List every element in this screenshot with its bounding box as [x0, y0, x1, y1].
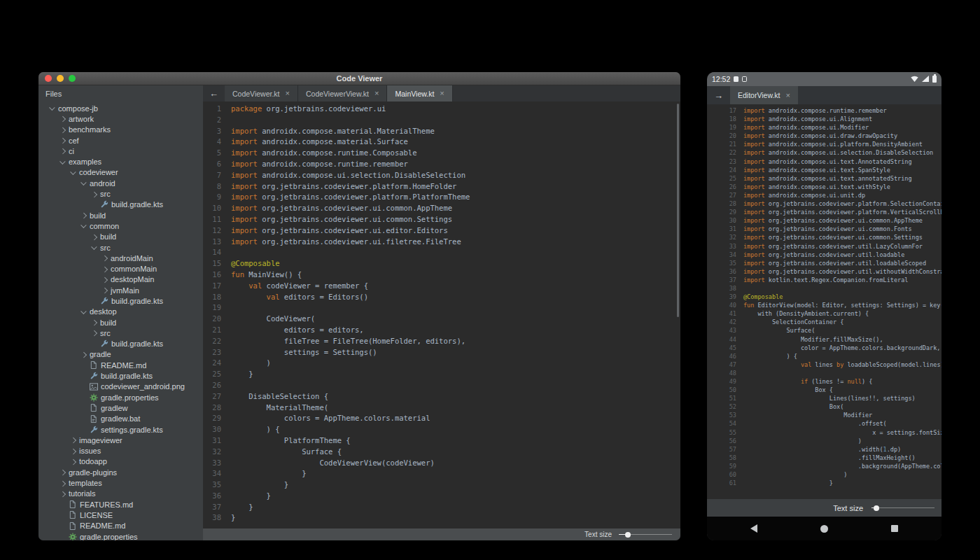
code-text: } — [231, 502, 253, 513]
tree-item-templates[interactable]: templates — [38, 477, 203, 488]
tree-item-androidmain[interactable]: androidMain — [38, 253, 203, 263]
android-home-button[interactable] — [820, 525, 828, 533]
tree-item-common[interactable]: common — [38, 220, 203, 231]
tree-item-android[interactable]: android — [38, 178, 203, 188]
chevron-down-icon[interactable] — [80, 222, 88, 230]
chevron-right-icon[interactable] — [59, 479, 66, 487]
tree-item-desktopmain[interactable]: desktopMain — [38, 274, 203, 285]
line-number: 23 — [707, 158, 736, 166]
tab-mainview-kt[interactable]: MainView.kt× — [387, 85, 452, 102]
tree-item-gradlew-bat[interactable]: gradlew.bat — [38, 414, 203, 424]
chevron-down-icon[interactable] — [59, 158, 66, 166]
tree-item-src[interactable]: src — [38, 242, 203, 253]
chevron-right-icon[interactable] — [90, 318, 98, 326]
chevron-down-icon[interactable] — [90, 244, 98, 251]
chevron-right-icon[interactable] — [59, 490, 66, 498]
tree-item-examples[interactable]: examples — [38, 156, 203, 167]
tree-item-issues[interactable]: issues — [38, 446, 203, 456]
tree-item-artwork[interactable]: artwork — [38, 113, 203, 124]
chevron-right-icon[interactable] — [59, 115, 66, 122]
tree-item-todoapp[interactable]: todoapp — [38, 456, 203, 467]
code-editor[interactable]: 1package org.jetbrains.codeviewer.ui23im… — [203, 102, 680, 528]
text-size-slider[interactable] — [619, 531, 672, 539]
minimize-window-button[interactable] — [57, 75, 64, 82]
code-line: 59 .background(AppTheme.colors.backgroun… — [707, 462, 941, 470]
tree-item-gradle-properties[interactable]: gradle.properties — [38, 531, 203, 540]
tree-item-build[interactable]: build — [38, 232, 203, 242]
code-line: 54 .offset( — [707, 419, 941, 428]
tab-close-icon[interactable]: × — [786, 92, 790, 99]
tree-item-readme-md[interactable]: README.md — [38, 360, 203, 370]
tree-item-readme-md[interactable]: README.md — [38, 521, 203, 531]
chevron-right-icon[interactable] — [90, 190, 98, 198]
back-arrow-icon[interactable]: ← — [203, 85, 225, 102]
chevron-down-icon[interactable] — [80, 308, 88, 316]
chevron-right-icon[interactable] — [59, 126, 66, 134]
tree-item-jvmmain[interactable]: jvmMain — [38, 285, 203, 295]
chevron-right-icon[interactable] — [101, 254, 108, 262]
close-window-button[interactable] — [45, 75, 52, 82]
tree-item-benchmarks[interactable]: benchmarks — [38, 125, 203, 135]
tree-item-features-md[interactable]: FEATURES.md — [38, 499, 203, 510]
chevron-right-icon[interactable] — [101, 286, 108, 294]
editor-scrollbar[interactable] — [677, 104, 679, 317]
tree-item-build-gradle-kts[interactable]: build.gradle.kts — [38, 200, 203, 210]
open-file-tree-arrow-icon[interactable]: → — [707, 86, 730, 104]
tree-item-codeviewer[interactable]: codeviewer — [38, 167, 203, 178]
chevron-right-icon[interactable] — [69, 447, 77, 455]
tab-editorview-kt[interactable]: EditorView.kt × — [730, 86, 798, 104]
tree-item-desktop[interactable]: desktop — [38, 307, 203, 317]
tab-close-icon[interactable]: × — [374, 90, 379, 97]
text-size-slider[interactable] — [872, 504, 934, 512]
chevron-right-icon[interactable] — [69, 436, 77, 444]
tree-item-codeviewer-android-png[interactable]: codeviewer_android.png — [38, 382, 203, 392]
tree-item-compose-jb[interactable]: compose-jb — [38, 103, 203, 113]
tree-item-src[interactable]: src — [38, 328, 203, 338]
chevron-right-icon[interactable] — [59, 468, 66, 476]
tree-item-ci[interactable]: ci — [38, 146, 203, 156]
chevron-down-icon[interactable] — [69, 169, 77, 176]
tree-item-gradle[interactable]: gradle — [38, 349, 203, 360]
titlebar[interactable]: Code Viewer — [38, 72, 680, 85]
tree-item-build-gradle-kts[interactable]: build.gradle.kts — [38, 295, 203, 306]
tab-close-icon[interactable]: × — [286, 90, 290, 97]
chevron-right-icon[interactable] — [80, 351, 88, 358]
tree-item-build[interactable]: build — [38, 317, 203, 328]
tree-item-gradle-properties[interactable]: gradle.properties — [38, 392, 203, 402]
line-number: 28 — [707, 200, 736, 208]
android-back-button[interactable] — [750, 524, 757, 533]
tab-codeviewer-kt[interactable]: CodeViewer.kt× — [225, 85, 298, 102]
tree-item-gradle-plugins[interactable]: gradle-plugins — [38, 467, 203, 477]
tree-item-imageviewer[interactable]: imageviewer — [38, 435, 203, 445]
tree-item-label: README.md — [101, 361, 146, 370]
slider-thumb[interactable] — [874, 505, 879, 511]
slider-thumb[interactable] — [625, 532, 631, 538]
line-number: 15 — [203, 258, 221, 270]
android-code-editor[interactable]: 17import androidx.compose.runtime.rememb… — [707, 104, 941, 499]
chevron-right-icon[interactable] — [59, 136, 66, 144]
chevron-right-icon[interactable] — [80, 211, 88, 219]
line-number: 19 — [707, 123, 736, 132]
chevron-right-icon[interactable] — [101, 265, 108, 273]
android-recents-button[interactable] — [891, 525, 898, 532]
chevron-right-icon[interactable] — [69, 458, 77, 465]
tree-item-cef[interactable]: cef — [38, 135, 203, 146]
chevron-down-icon[interactable] — [80, 179, 88, 187]
chevron-right-icon[interactable] — [101, 276, 108, 284]
tab-codeviewerview-kt[interactable]: CodeViewerView.kt× — [298, 85, 388, 102]
tree-item-license[interactable]: LICENSE — [38, 510, 203, 520]
tree-item-build-gradle-kts[interactable]: build.gradle.kts — [38, 339, 203, 349]
chevron-right-icon[interactable] — [90, 233, 98, 241]
tree-item-src[interactable]: src — [38, 188, 203, 199]
tree-item-gradlew[interactable]: gradlew — [38, 402, 203, 413]
zoom-window-button[interactable] — [69, 75, 76, 82]
tree-item-build[interactable]: build — [38, 210, 203, 220]
chevron-down-icon[interactable] — [48, 104, 56, 112]
tree-item-tutorials[interactable]: tutorials — [38, 489, 203, 499]
chevron-right-icon[interactable] — [59, 147, 66, 155]
tree-item-build-gradle-kts[interactable]: build.gradle.kts — [38, 370, 203, 381]
chevron-right-icon[interactable] — [90, 329, 98, 337]
tab-close-icon[interactable]: × — [440, 90, 444, 97]
tree-item-settings-gradle-kts[interactable]: settings.gradle.kts — [38, 424, 203, 435]
tree-item-commonmain[interactable]: commonMain — [38, 263, 203, 274]
